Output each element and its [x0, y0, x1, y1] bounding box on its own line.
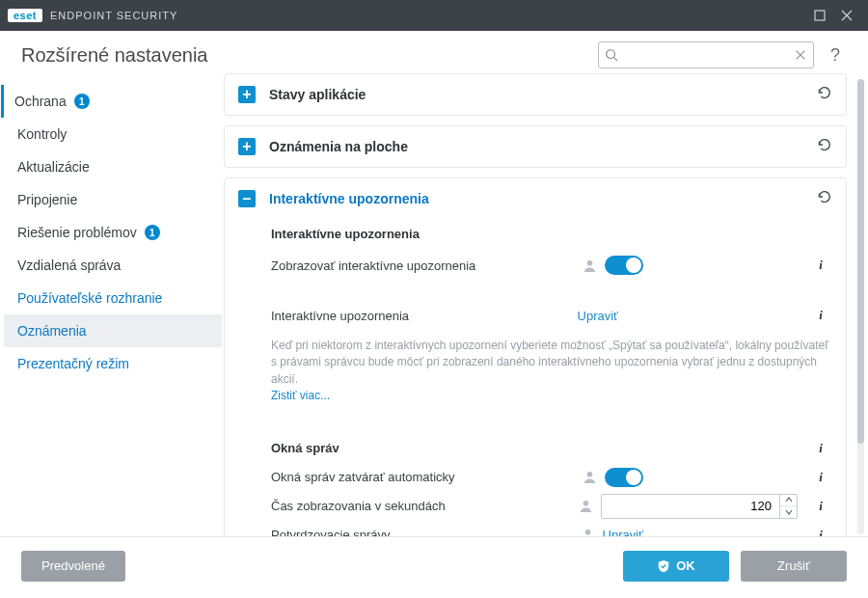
panel-desktop-notifications: + Oznámenia na ploche [224, 125, 847, 168]
row-label: Okná správ zatvárať automaticky [271, 470, 455, 484]
seconds-spinner [780, 494, 798, 519]
sidebar-item-ochrana[interactable]: Ochrana 1 [1, 85, 222, 118]
clear-search-icon[interactable] [794, 48, 807, 62]
panel-toggle[interactable]: + Stavy aplikácie [225, 74, 846, 115]
svg-rect-0 [815, 11, 825, 20]
expand-icon: + [238, 138, 256, 155]
edit-link[interactable]: Upraviť [578, 309, 618, 323]
panel-interactive-alerts: – Interaktívne upozornenia Interaktívne … [224, 177, 847, 536]
ok-button[interactable]: OK [623, 551, 729, 582]
row-label: Čas zobrazovania v sekundách [271, 499, 446, 513]
row-edit-interactive: Interaktívne upozornenia Upraviť i [271, 301, 828, 330]
sidebar: Ochrana 1 Kontroly Aktualizácie Pripojen… [0, 73, 222, 536]
product-name: ENDPOINT SECURITY [50, 10, 177, 21]
revert-icon[interactable] [815, 84, 832, 105]
hint-body: Keď pri niektorom z interaktívnych upozo… [271, 339, 828, 386]
sidebar-item-riesenie[interactable]: Riešenie problémov 1 [4, 216, 222, 249]
sidebar-item-pripojenie[interactable]: Pripojenie [4, 183, 222, 216]
info-icon[interactable]: i [813, 470, 828, 485]
revert-icon[interactable] [815, 188, 832, 209]
shield-icon [657, 559, 670, 573]
window-close-icon[interactable] [833, 2, 860, 29]
panel-toggle[interactable]: – Interaktívne upozornenia [225, 178, 846, 219]
section-heading-interactive: Interaktívne upozornenia [271, 227, 828, 241]
collapse-icon: – [238, 190, 256, 207]
toggle-show-interactive[interactable] [605, 256, 643, 275]
scrollbar[interactable] [857, 79, 864, 534]
info-icon[interactable]: i [813, 308, 828, 323]
svg-point-5 [584, 530, 590, 535]
user-icon [581, 528, 595, 536]
sidebar-item-label: Ochrana [14, 94, 67, 109]
scrollbar-thumb[interactable] [857, 79, 864, 444]
sidebar-item-label: Používateľské rozhranie [17, 290, 162, 306]
toggle-autoclose[interactable] [605, 468, 643, 487]
panel-title: Oznámenia na ploche [269, 139, 801, 154]
svg-point-3 [587, 472, 593, 477]
sidebar-item-label: Prezentačný režim [17, 356, 129, 371]
svg-point-2 [587, 259, 593, 265]
search-input[interactable] [618, 48, 794, 63]
title-bar: eset ENDPOINT SECURITY [0, 0, 868, 31]
seconds-input[interactable] [601, 494, 780, 519]
section-heading-msgwin: Okná správ [271, 441, 339, 455]
help-button[interactable]: ? [824, 45, 847, 66]
learn-more-link[interactable]: Zistiť viac... [271, 389, 330, 402]
cancel-button[interactable]: Zrušiť [741, 551, 847, 582]
sidebar-sub-prezentacny[interactable]: Prezentačný režim [4, 347, 222, 380]
row-autoclose: Okná správ zatvárať automaticky i [271, 463, 828, 492]
search-field[interactable] [598, 41, 814, 68]
row-msgwin-heading: Okná správ i [271, 434, 828, 463]
row-confirm: Potvrdzovacie správy Upraviť i [271, 521, 828, 536]
user-icon [579, 499, 593, 513]
footer: Predvolené OK Zrušiť [0, 536, 868, 594]
info-icon[interactable]: i [813, 258, 828, 273]
panel-title: Interaktívne upozornenia [269, 191, 801, 206]
row-label: Potvrdzovacie správy [271, 528, 391, 536]
row-label: Interaktívne upozornenia [271, 309, 409, 323]
info-icon[interactable]: i [813, 441, 828, 456]
seconds-field [601, 494, 798, 519]
sidebar-badge: 1 [145, 225, 160, 240]
sidebar-item-label: Aktualizácie [17, 159, 90, 175]
brand-badge: eset [8, 9, 42, 22]
user-icon [583, 258, 597, 273]
info-icon[interactable]: i [813, 528, 828, 536]
content-area: + Stavy aplikácie + Oznámenia na ploche … [222, 73, 868, 536]
sidebar-item-label: Kontroly [17, 126, 67, 142]
sidebar-item-label: Pripojenie [17, 192, 77, 207]
sidebar-item-vzdialena[interactable]: Vzdialená správa [4, 249, 222, 282]
panel-toggle[interactable]: + Oznámenia na ploche [225, 126, 846, 167]
row-label: Zobrazovať interaktívne upozornenia [271, 258, 475, 273]
sidebar-item-label: Riešenie problémov [17, 225, 137, 240]
expand-icon: + [238, 86, 256, 103]
window-maximize-icon[interactable] [806, 2, 833, 29]
panel-app-states: + Stavy aplikácie [224, 73, 847, 116]
sidebar-sub-oznamenia[interactable]: Oznámenia [4, 314, 222, 347]
hint-text: Keď pri niektorom z interaktívnych upozo… [271, 338, 828, 405]
sidebar-item-aktualizacie[interactable]: Aktualizácie [4, 150, 222, 183]
spin-down-icon[interactable] [780, 506, 797, 518]
sidebar-item-ui[interactable]: Používateľské rozhranie [4, 282, 222, 314]
revert-icon[interactable] [815, 136, 832, 157]
ok-label: OK [676, 558, 695, 573]
info-icon[interactable]: i [813, 499, 828, 514]
svg-point-4 [583, 501, 589, 506]
header: Rozšírené nastavenia ? [0, 31, 868, 73]
search-icon [605, 48, 618, 62]
row-show-interactive: Zobrazovať interaktívne upozornenia i [271, 251, 828, 280]
user-icon [583, 470, 597, 484]
row-seconds: Čas zobrazovania v sekundách i [271, 492, 828, 521]
sidebar-item-label: Vzdialená správa [17, 258, 121, 273]
sidebar-item-kontroly[interactable]: Kontroly [4, 118, 222, 150]
defaults-button[interactable]: Predvolené [21, 551, 125, 582]
page-title: Rozšírené nastavenia [21, 44, 598, 67]
edit-link[interactable]: Upraviť [603, 528, 643, 536]
svg-point-1 [607, 50, 615, 59]
panel-title: Stavy aplikácie [269, 87, 801, 102]
sidebar-item-label: Oznámenia [17, 323, 87, 339]
sidebar-badge: 1 [74, 94, 90, 109]
spin-up-icon[interactable] [780, 495, 797, 507]
